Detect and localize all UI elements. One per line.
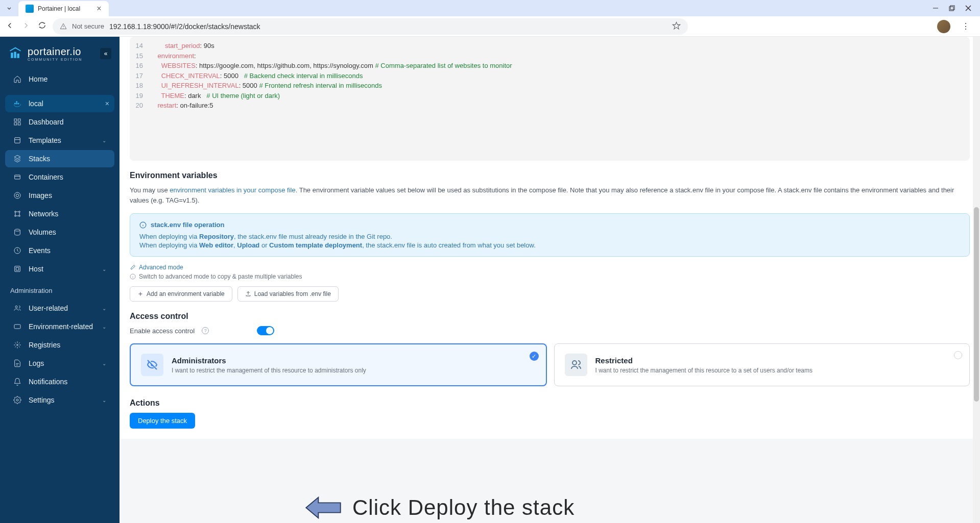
window-maximize-icon[interactable] [948, 5, 955, 12]
scrollbar[interactable] [973, 37, 980, 523]
svg-rect-14 [14, 122, 17, 125]
add-env-var-button[interactable]: Add an environment variable [130, 286, 232, 302]
card-desc: I want to restrict the management of thi… [595, 367, 813, 374]
tab-list-dropdown[interactable] [4, 3, 14, 13]
sidebar-item-registries[interactable]: Registries [5, 336, 114, 354]
sidebar-environment-local[interactable]: local × [5, 95, 114, 112]
svg-rect-15 [18, 122, 20, 125]
radio-unselected-icon [954, 351, 962, 359]
browser-menu-icon[interactable]: ⋮ [962, 21, 970, 31]
window-close-icon[interactable] [965, 5, 972, 12]
annotation-overlay: Click Deploy the stack [303, 494, 575, 521]
svg-rect-35 [14, 325, 20, 329]
nav-back-icon[interactable] [5, 21, 14, 32]
deploy-stack-button[interactable]: Deploy the stack [130, 413, 195, 429]
dashboard-icon [13, 118, 21, 126]
window-minimize-icon[interactable] [932, 5, 939, 12]
info-small-icon [130, 273, 136, 280]
sidebar-item-user-related[interactable]: User-related⌄ [5, 300, 114, 317]
users-icon [565, 354, 587, 376]
profile-avatar[interactable] [937, 20, 950, 33]
access-control-toggle[interactable] [257, 326, 274, 335]
sidebar-item-dashboard[interactable]: Dashboard [5, 113, 114, 131]
security-status: Not secure [72, 22, 104, 30]
info-icon [139, 221, 147, 229]
notifications-icon [13, 378, 21, 386]
svg-rect-13 [18, 119, 20, 121]
user-related-icon [13, 304, 21, 312]
sidebar-item-notifications[interactable]: Notifications [5, 373, 114, 390]
sidebar-item-events[interactable]: Events [5, 242, 114, 259]
svg-rect-12 [14, 119, 17, 121]
sidebar-item-images[interactable]: Images [5, 187, 114, 204]
sidebar-item-environment-related[interactable]: Environment-related⌄ [5, 318, 114, 335]
sidebar-item-volumes[interactable]: Volumes [5, 223, 114, 241]
annotation-arrow-icon [303, 494, 343, 521]
load-env-file-button[interactable]: Load variables from .env file [237, 286, 339, 302]
nav-label: Containers [29, 173, 63, 181]
admin-section-header: Administration [0, 279, 119, 300]
svg-rect-16 [15, 138, 20, 143]
access-card-administrators[interactable]: Administrators I want to restrict the ma… [130, 343, 547, 386]
nav-label: Networks [29, 210, 58, 218]
portainer-logo-icon [8, 46, 22, 61]
env-close-icon[interactable]: × [105, 99, 109, 108]
url-bar[interactable]: Not secure 192.168.1.18:9000/#!/2/docker… [53, 18, 688, 35]
sidebar-item-home[interactable]: Home [5, 70, 114, 88]
main-content: 14 start_period: 90s15 environment:16 WE… [119, 37, 980, 523]
chevron-down-icon: ⌄ [102, 138, 106, 143]
nav-label: Environment-related [29, 322, 93, 331]
sidebar-item-settings[interactable]: Settings⌄ [5, 391, 114, 409]
code-editor[interactable]: 14 start_period: 90s15 environment:16 WE… [130, 37, 970, 161]
svg-rect-32 [15, 266, 20, 272]
tab-title: Portainer | local [38, 5, 80, 12]
svg-point-40 [16, 399, 18, 401]
containers-icon [13, 173, 21, 181]
sidebar-item-logs[interactable]: Logs⌄ [5, 355, 114, 372]
env-vars-doc-link[interactable]: environment variables in your compose fi… [170, 186, 295, 194]
browser-tab[interactable]: Portainer | local × [18, 1, 109, 16]
eye-off-icon [141, 354, 163, 376]
advanced-mode-link[interactable]: Advanced mode [130, 264, 970, 271]
sidebar-item-networks[interactable]: Networks [5, 205, 114, 222]
chevron-down-icon: ⌄ [102, 361, 106, 366]
nav-label: Host [29, 265, 43, 273]
home-icon [13, 75, 21, 83]
nav-label: User-related [29, 304, 68, 312]
sidebar-collapse-button[interactable]: « [100, 48, 111, 59]
templates-icon [13, 136, 21, 144]
chevron-down-icon: ⌄ [102, 324, 106, 330]
nav-forward-icon[interactable] [21, 21, 31, 32]
code-line: 18 UI_REFRESH_INTERVAL: 5000 # Frontend … [130, 81, 970, 91]
bookmark-star-icon[interactable] [672, 21, 681, 32]
svg-point-21 [16, 194, 18, 196]
annotation-text: Click Deploy the stack [352, 495, 575, 520]
sidebar-item-stacks[interactable]: Stacks [5, 150, 114, 167]
sidebar-item-host[interactable]: Host⌄ [5, 260, 114, 278]
code-line: 19 THEME: dark # UI theme (light or dark… [130, 91, 970, 101]
svg-point-25 [19, 215, 20, 217]
settings-icon [13, 396, 21, 404]
plus-icon [137, 291, 144, 297]
help-icon[interactable]: ? [202, 327, 209, 334]
stacks-icon [13, 155, 21, 163]
env-vars-heading: Environment variables [130, 171, 970, 180]
access-card-restricted[interactable]: Restricted I want to restrict the manage… [554, 343, 970, 386]
nav-label: Registries [29, 341, 60, 349]
events-icon [13, 246, 21, 255]
svg-rect-1 [949, 7, 953, 11]
selected-check-icon: ✓ [530, 352, 539, 361]
tab-close-icon[interactable]: × [97, 4, 101, 13]
brand-edition: COMMUNITY EDITION [28, 58, 82, 61]
browser-tab-bar: Portainer | local × [0, 0, 980, 16]
chevron-down-icon: ⌄ [102, 266, 106, 272]
upload-icon [245, 291, 251, 297]
svg-point-49 [572, 361, 577, 365]
code-line: 17 CHECK_INTERVAL: 5000 # Backend check … [130, 71, 970, 81]
svg-rect-11 [16, 101, 17, 103]
nav-reload-icon[interactable] [38, 21, 46, 32]
sidebar-item-templates[interactable]: Templates⌄ [5, 132, 114, 149]
advanced-mode-note: Switch to advanced mode to copy & paste … [130, 273, 970, 280]
scrollbar-thumb[interactable] [974, 207, 979, 402]
sidebar-item-containers[interactable]: Containers [5, 168, 114, 186]
